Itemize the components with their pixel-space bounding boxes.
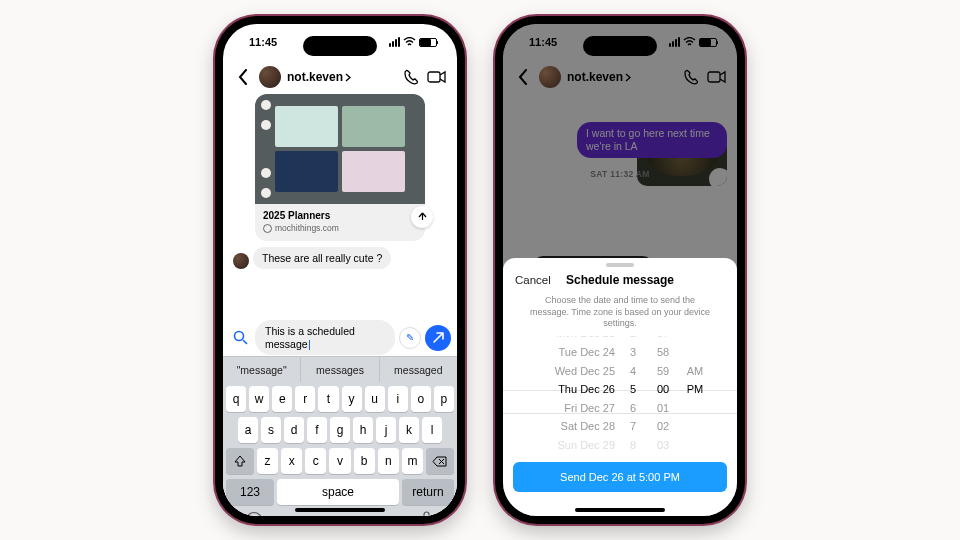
edit-icon[interactable]: ✎ — [399, 327, 421, 349]
key-k[interactable]: k — [399, 417, 419, 443]
shift-key[interactable] — [226, 448, 254, 474]
suggestion[interactable]: messages — [301, 357, 379, 382]
key-i[interactable]: i — [388, 386, 408, 412]
battery-icon — [419, 38, 437, 47]
key-z[interactable]: z — [257, 448, 278, 474]
emoji-icon[interactable] — [244, 510, 264, 516]
key-g[interactable]: g — [330, 417, 350, 443]
svg-point-1 — [234, 332, 243, 341]
call-icon[interactable] — [681, 67, 701, 87]
key-e[interactable]: e — [272, 386, 292, 412]
avatar[interactable] — [259, 66, 281, 88]
call-icon[interactable] — [401, 67, 421, 87]
incoming-message: These are all really cute ? — [253, 247, 391, 269]
share-icon[interactable] — [411, 206, 433, 228]
status-time: 11:45 — [249, 36, 277, 48]
suggestion[interactable]: messaged — [380, 357, 457, 382]
home-indicator — [575, 508, 665, 512]
message-input[interactable]: This is a scheduled message — [255, 320, 395, 355]
key-d[interactable]: d — [284, 417, 304, 443]
key-h[interactable]: h — [353, 417, 373, 443]
back-icon[interactable] — [233, 67, 253, 87]
phone-left: 11:45 not.keven 2025 Planners — [215, 16, 465, 524]
schedule-sheet: Cancel Schedule message Choose the date … — [503, 258, 737, 516]
key-x[interactable]: x — [281, 448, 302, 474]
avatar[interactable] — [539, 66, 561, 88]
keyboard: qwertyuiop asdfghjkl zxcvbnm 123 space r… — [223, 382, 457, 516]
key-t[interactable]: t — [318, 386, 338, 412]
dynamic-island — [303, 36, 377, 56]
send-button[interactable] — [425, 325, 451, 351]
link-image — [255, 94, 425, 204]
search-icon[interactable] — [229, 327, 251, 349]
key-u[interactable]: u — [365, 386, 385, 412]
video-icon[interactable] — [427, 67, 447, 87]
key-f[interactable]: f — [307, 417, 327, 443]
battery-icon — [699, 38, 717, 47]
svg-rect-5 — [424, 512, 429, 516]
status-time: 11:45 — [529, 36, 557, 48]
svg-rect-0 — [428, 72, 440, 82]
backspace-key[interactable] — [426, 448, 454, 474]
composer: This is a scheduled message ✎ — [223, 320, 457, 355]
dynamic-island — [583, 36, 657, 56]
cancel-button[interactable]: Cancel — [515, 274, 551, 286]
numbers-key[interactable]: 123 — [226, 479, 274, 505]
schedule-send-button[interactable]: Send Dec 26 at 5:00 PM — [513, 462, 727, 492]
home-indicator — [295, 508, 385, 512]
space-key[interactable]: space — [277, 479, 399, 505]
key-a[interactable]: a — [238, 417, 258, 443]
key-j[interactable]: j — [376, 417, 396, 443]
svg-rect-6 — [708, 72, 720, 82]
wifi-icon — [683, 37, 696, 47]
key-n[interactable]: n — [378, 448, 399, 474]
key-s[interactable]: s — [261, 417, 281, 443]
key-c[interactable]: c — [305, 448, 326, 474]
username[interactable]: not.keven — [567, 70, 631, 84]
signal-icon — [669, 37, 680, 47]
key-l[interactable]: l — [422, 417, 442, 443]
svg-point-2 — [247, 513, 262, 517]
conversation-header: not.keven — [503, 60, 737, 94]
mic-icon[interactable] — [416, 510, 436, 516]
username[interactable]: not.keven — [287, 70, 351, 84]
link-title: 2025 Planners — [263, 210, 417, 221]
suggestion[interactable]: "message" — [223, 357, 301, 382]
datetime-picker[interactable]: Mon Dec 23Tue Dec 24Wed Dec 25Thu Dec 26… — [503, 336, 737, 466]
key-y[interactable]: y — [342, 386, 362, 412]
link-source: mochithings.com — [263, 223, 417, 233]
signal-icon — [389, 37, 400, 47]
key-m[interactable]: m — [402, 448, 423, 474]
key-r[interactable]: r — [295, 386, 315, 412]
conversation-header: not.keven — [223, 60, 457, 94]
avatar — [233, 253, 249, 269]
phone-right: 11:45 not.keven I want to go here next t… — [495, 16, 745, 524]
return-key[interactable]: return — [402, 479, 454, 505]
back-icon[interactable] — [513, 67, 533, 87]
key-q[interactable]: q — [226, 386, 246, 412]
link-card[interactable]: 2025 Planners mochithings.com — [255, 94, 425, 241]
wifi-icon — [403, 37, 416, 47]
key-p[interactable]: p — [434, 386, 454, 412]
key-o[interactable]: o — [411, 386, 431, 412]
video-icon[interactable] — [707, 67, 727, 87]
key-w[interactable]: w — [249, 386, 269, 412]
sheet-description: Choose the date and time to send the mes… — [503, 293, 737, 336]
key-b[interactable]: b — [354, 448, 375, 474]
key-v[interactable]: v — [329, 448, 350, 474]
globe-icon — [263, 224, 272, 233]
suggestion-bar: "message" messages messaged — [223, 356, 457, 382]
sheet-title: Schedule message — [566, 273, 674, 287]
